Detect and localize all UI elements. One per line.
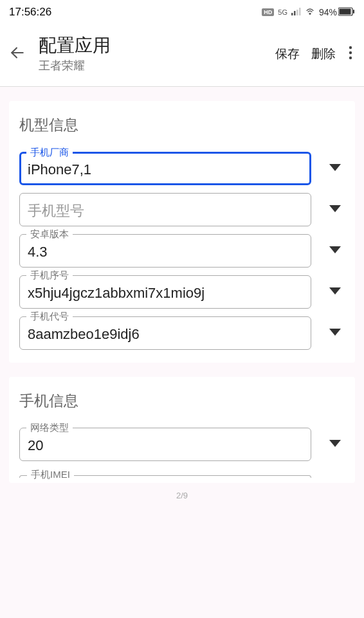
model-dropdown[interactable] bbox=[329, 204, 341, 215]
network-5g-icon: 5G bbox=[278, 8, 287, 16]
network-type-dropdown[interactable] bbox=[329, 439, 341, 450]
hd-badge: HD bbox=[262, 8, 274, 16]
svg-rect-3 bbox=[299, 8, 301, 15]
status-bar: 17:56:26 HD 5G 94% bbox=[0, 0, 364, 23]
svg-rect-2 bbox=[296, 10, 298, 15]
delete-button[interactable]: 删除 bbox=[311, 46, 336, 62]
serial-label: 手机序号 bbox=[26, 269, 73, 282]
android-version-input[interactable] bbox=[28, 244, 303, 260]
phone-info-heading: 手机信息 bbox=[19, 391, 345, 411]
serial-input[interactable] bbox=[28, 285, 303, 302]
status-icons: HD 5G 94% bbox=[262, 6, 355, 19]
manufacturer-label: 手机厂商 bbox=[26, 147, 73, 159]
codename-dropdown[interactable] bbox=[329, 327, 341, 339]
device-info-card: 机型信息 手机厂商 安卓版本 bbox=[9, 101, 355, 363]
battery-status: 94% bbox=[319, 7, 355, 18]
page-indicator: 2/9 bbox=[0, 491, 364, 500]
manufacturer-dropdown[interactable] bbox=[329, 163, 341, 174]
back-button[interactable] bbox=[9, 44, 26, 64]
network-type-row: 网络类型 bbox=[19, 428, 345, 461]
phone-info-card: 手机信息 网络类型 手机IMEI bbox=[9, 377, 355, 483]
signal-bars-icon bbox=[291, 7, 301, 17]
model-field[interactable] bbox=[19, 193, 311, 226]
battery-icon bbox=[338, 7, 355, 18]
svg-rect-7 bbox=[353, 10, 354, 14]
manufacturer-field[interactable]: 手机厂商 bbox=[19, 152, 311, 185]
android-version-dropdown[interactable] bbox=[329, 245, 341, 257]
wifi-icon bbox=[305, 6, 315, 19]
svg-point-9 bbox=[349, 46, 352, 49]
status-time: 17:56:26 bbox=[9, 6, 51, 19]
svg-point-11 bbox=[349, 57, 352, 59]
svg-marker-15 bbox=[329, 287, 341, 295]
imei-label: 手机IMEI bbox=[27, 469, 74, 481]
app-header: 配置应用 王者荣耀 保存 删除 bbox=[0, 23, 364, 87]
more-options-button[interactable] bbox=[349, 46, 352, 62]
svg-marker-14 bbox=[329, 246, 341, 253]
svg-point-10 bbox=[349, 51, 352, 54]
android-version-field[interactable]: 安卓版本 bbox=[19, 234, 311, 268]
network-type-field[interactable]: 网络类型 bbox=[19, 428, 311, 461]
svg-marker-13 bbox=[329, 205, 341, 212]
save-button[interactable]: 保存 bbox=[275, 46, 300, 62]
svg-rect-6 bbox=[340, 8, 351, 14]
header-titles: 配置应用 王者荣耀 bbox=[39, 35, 264, 73]
page-title: 配置应用 bbox=[39, 35, 264, 57]
svg-marker-16 bbox=[329, 329, 341, 336]
network-type-input[interactable] bbox=[28, 437, 303, 454]
codename-input[interactable] bbox=[28, 326, 303, 343]
codename-field[interactable]: 手机代号 bbox=[19, 316, 311, 350]
codename-row: 手机代号 bbox=[19, 316, 345, 350]
content-area: 机型信息 手机厂商 安卓版本 bbox=[0, 101, 364, 483]
manufacturer-row: 手机厂商 bbox=[19, 152, 345, 185]
network-type-label: 网络类型 bbox=[26, 422, 73, 434]
manufacturer-input[interactable] bbox=[28, 161, 303, 178]
battery-percentage: 94% bbox=[319, 7, 337, 17]
svg-marker-17 bbox=[329, 440, 341, 447]
serial-row: 手机序号 bbox=[19, 275, 345, 309]
android-version-row: 安卓版本 bbox=[19, 234, 345, 268]
imei-row: 手机IMEI bbox=[19, 469, 345, 480]
device-info-heading: 机型信息 bbox=[19, 115, 345, 135]
page-subtitle: 王者荣耀 bbox=[39, 58, 264, 73]
svg-marker-12 bbox=[329, 164, 341, 171]
codename-label: 手机代号 bbox=[26, 311, 73, 323]
svg-point-4 bbox=[309, 13, 311, 14]
serial-field[interactable]: 手机序号 bbox=[19, 275, 311, 309]
serial-dropdown[interactable] bbox=[329, 286, 341, 298]
model-row bbox=[19, 193, 345, 226]
svg-rect-0 bbox=[291, 13, 293, 15]
model-input[interactable] bbox=[28, 203, 303, 219]
android-version-label: 安卓版本 bbox=[26, 228, 73, 241]
svg-rect-1 bbox=[294, 11, 296, 15]
